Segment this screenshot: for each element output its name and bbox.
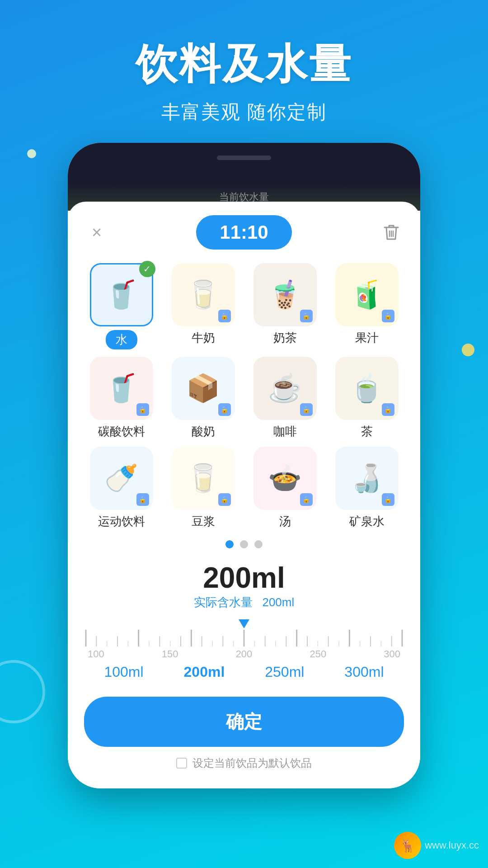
ruler-label-150: 150 xyxy=(162,648,178,660)
drink-item-juice[interactable]: 🧃🔒果汁 xyxy=(329,263,404,349)
drink-icon-milk-tea: 🧋🔒 xyxy=(253,263,317,326)
drink-item-coffee[interactable]: ☕🔒咖啡 xyxy=(248,357,322,439)
watermark-site: www.luyx.cc xyxy=(425,840,479,851)
lock-badge: 🔒 xyxy=(382,403,394,416)
drink-emoji-sports: 🍼 xyxy=(104,465,138,492)
drink-item-yogurt[interactable]: 📦🔒酸奶 xyxy=(166,357,240,439)
default-checkbox-label: 设定当前饮品为默认饮品 xyxy=(192,756,312,770)
drink-emoji-milk-tea: 🧋 xyxy=(268,281,302,308)
drink-label-mineral: 矿泉水 xyxy=(349,514,385,529)
drink-icon-soda: 🥤🔒 xyxy=(90,357,153,420)
phone-topbar xyxy=(68,143,420,184)
drink-icon-yogurt: 📦🔒 xyxy=(172,357,235,420)
ruler-label-100: 100 xyxy=(88,648,104,660)
default-checkbox-row[interactable]: 设定当前饮品为默认饮品 xyxy=(84,756,404,770)
lock-badge: 🔒 xyxy=(136,403,149,416)
phone-frame: 当前饮水量 × 11:10 🥤✓水🥛🔒牛奶🧋🔒奶茶🧃🔒果汁🥤🔒碳酸饮料📦🔒酸奶☕… xyxy=(68,143,420,788)
ruler-label-200: 200 xyxy=(236,648,253,660)
quick-volumes: 100ml200ml250ml300ml xyxy=(84,660,404,684)
watermark: 🦌 www.luyx.cc xyxy=(394,832,479,859)
drink-item-mineral[interactable]: 🍶🔒矿泉水 xyxy=(329,447,404,529)
quick-vol-300ml[interactable]: 300ml xyxy=(337,660,391,684)
lock-badge: 🔒 xyxy=(218,403,231,416)
lock-badge: 🔒 xyxy=(300,493,313,506)
phone-mockup: 当前饮水量 × 11:10 🥤✓水🥛🔒牛奶🧋🔒奶茶🧃🔒果汁🥤🔒碳酸饮料📦🔒酸奶☕… xyxy=(0,143,488,807)
lock-badge: 🔒 xyxy=(218,493,231,506)
delete-button[interactable] xyxy=(379,220,404,245)
volume-amount: 200ml xyxy=(84,561,404,594)
lock-badge: 🔒 xyxy=(136,493,149,506)
water-content-value: 200ml xyxy=(262,595,294,609)
pagination xyxy=(84,540,404,548)
drink-label-milk-tea: 奶茶 xyxy=(273,330,297,346)
drink-item-milk-tea[interactable]: 🧋🔒奶茶 xyxy=(248,263,322,349)
drink-item-soy[interactable]: 🥛🔒豆浆 xyxy=(166,447,240,529)
confirm-button[interactable]: 确定 xyxy=(84,697,404,747)
drink-emoji-mineral: 🍶 xyxy=(350,465,384,492)
volume-water-content: 实际含水量 200ml xyxy=(84,594,404,610)
lock-badge: 🔒 xyxy=(218,310,231,322)
drink-icon-soy: 🥛🔒 xyxy=(172,447,235,510)
drink-label-milk: 牛奶 xyxy=(192,330,215,346)
drink-icon-milk: 🥛🔒 xyxy=(172,263,235,326)
quick-vol-200ml[interactable]: 200ml xyxy=(177,660,232,684)
lock-badge: 🔒 xyxy=(300,310,313,322)
drink-icon-coffee: ☕🔒 xyxy=(253,357,317,420)
drink-emoji-soda: 🥤 xyxy=(104,375,138,402)
drink-emoji-soy: 🥛 xyxy=(186,465,220,492)
drink-label-coffee: 咖啡 xyxy=(273,424,297,439)
ruler-label-300: 300 xyxy=(384,648,400,660)
drink-grid: 🥤✓水🥛🔒牛奶🧋🔒奶茶🧃🔒果汁🥤🔒碳酸饮料📦🔒酸奶☕🔒咖啡🍵🔒茶🍼🔒运动饮料🥛🔒… xyxy=(84,263,404,529)
drink-icon-mineral: 🍶🔒 xyxy=(335,447,399,510)
drink-label-water: 水 xyxy=(106,330,137,349)
quick-vol-100ml[interactable]: 100ml xyxy=(97,660,150,684)
drink-item-sports[interactable]: 🍼🔒运动饮料 xyxy=(84,447,159,529)
drink-emoji-water: 🥤 xyxy=(104,281,138,308)
page-dot-3[interactable] xyxy=(254,540,263,548)
page-subtitle: 丰富美观 随你定制 xyxy=(18,99,470,125)
decorative-dot-left xyxy=(27,149,36,158)
page-dot-1[interactable] xyxy=(225,540,234,548)
selected-checkmark: ✓ xyxy=(139,261,155,277)
volume-ruler[interactable]: // ticks every 10ml, labels at 100,150,2… xyxy=(84,619,404,656)
close-button[interactable]: × xyxy=(84,220,109,245)
drink-emoji-tea: 🍵 xyxy=(350,375,384,402)
lock-badge: 🔒 xyxy=(300,403,313,416)
watermark-logo: 🦌 xyxy=(394,832,421,859)
drink-icon-water: 🥤✓ xyxy=(90,263,153,326)
drink-icon-tea: 🍵🔒 xyxy=(335,357,399,420)
lock-badge: 🔒 xyxy=(382,493,394,506)
drink-icon-sports: 🍼🔒 xyxy=(90,447,153,510)
decorative-dot-right xyxy=(462,344,474,356)
drink-emoji-soup: 🍲 xyxy=(268,465,302,492)
phone-dark-text: 当前饮水量 xyxy=(219,190,269,204)
drink-emoji-coffee: ☕ xyxy=(268,375,302,402)
ruler-numbers: 100 150 200 250 300 xyxy=(84,648,404,660)
volume-display: 200ml 实际含水量 200ml xyxy=(84,561,404,610)
ruler-label-250: 250 xyxy=(310,648,326,660)
drink-item-soda[interactable]: 🥤🔒碳酸饮料 xyxy=(84,357,159,439)
drink-emoji-juice: 🧃 xyxy=(350,281,384,308)
modal-header: × 11:10 xyxy=(84,215,404,250)
drink-icon-juice: 🧃🔒 xyxy=(335,263,399,326)
drink-item-tea[interactable]: 🍵🔒茶 xyxy=(329,357,404,439)
drink-modal: × 11:10 🥤✓水🥛🔒牛奶🧋🔒奶茶🧃🔒果汁🥤🔒碳酸饮料📦🔒酸奶☕🔒咖啡🍵🔒茶… xyxy=(68,202,420,788)
page-title: 饮料及水量 xyxy=(18,36,470,92)
drink-item-soup[interactable]: 🍲🔒汤 xyxy=(248,447,322,529)
time-display: 11:10 xyxy=(196,215,291,250)
drink-emoji-yogurt: 📦 xyxy=(186,375,220,402)
page-dot-2[interactable] xyxy=(240,540,248,548)
drink-label-juice: 果汁 xyxy=(355,330,379,346)
quick-vol-250ml[interactable]: 250ml xyxy=(258,660,311,684)
drink-icon-soup: 🍲🔒 xyxy=(253,447,317,510)
water-content-label: 实际含水量 xyxy=(194,595,253,609)
drink-label-tea: 茶 xyxy=(361,424,373,439)
lock-badge: 🔒 xyxy=(382,310,394,322)
drink-label-soy: 豆浆 xyxy=(192,514,215,529)
drink-item-milk[interactable]: 🥛🔒牛奶 xyxy=(166,263,240,349)
ruler-pointer xyxy=(239,619,249,628)
default-checkbox-input[interactable] xyxy=(176,758,187,769)
phone-speaker xyxy=(217,156,271,160)
drink-item-water[interactable]: 🥤✓水 xyxy=(84,263,159,349)
drink-emoji-milk: 🥛 xyxy=(186,281,220,308)
